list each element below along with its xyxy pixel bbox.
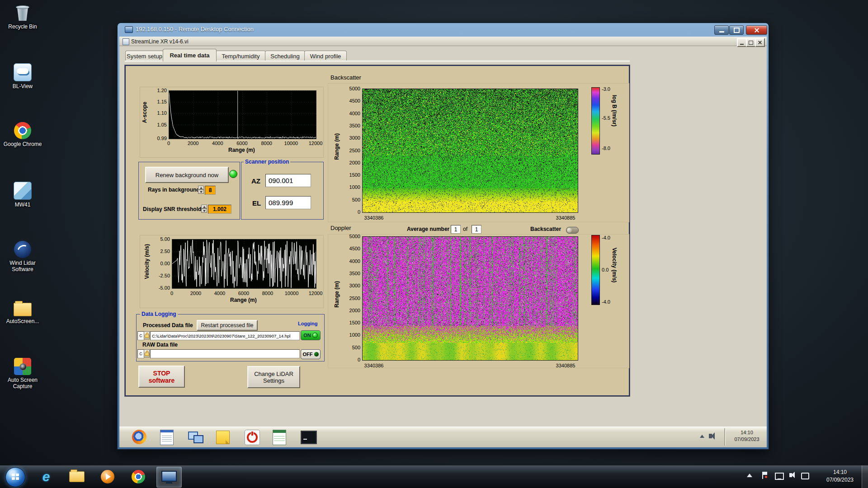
close-icon bbox=[758, 40, 762, 45]
processed-path-field[interactable]: C:\Lidar\Data\Proc\2023\202309\20230907\… bbox=[150, 331, 300, 340]
remote-notes-icon[interactable] bbox=[216, 431, 230, 444]
backscatter-doppler-toggle[interactable] bbox=[566, 227, 579, 234]
doppler-colorbar bbox=[591, 235, 600, 305]
app-close-button[interactable] bbox=[755, 38, 765, 47]
app-minimize-button[interactable] bbox=[737, 38, 747, 47]
desktop-icon-autoscreen[interactable]: AutoScreen... bbox=[0, 299, 45, 324]
backscatter-chart-title: Backscatter bbox=[330, 74, 361, 81]
velocity-y-tick: 5.00 bbox=[152, 237, 170, 242]
renew-background-led bbox=[229, 170, 237, 178]
desktop-icon-mw41[interactable]: MW41 bbox=[0, 182, 45, 208]
remote-console-icon[interactable] bbox=[301, 431, 317, 444]
desktop-icon-label: Recycle Bin bbox=[0, 23, 45, 30]
backscatter-y-tick: 1500 bbox=[342, 173, 360, 178]
desktop-icon-label: AutoScreen... bbox=[0, 318, 45, 324]
app-restore-button[interactable] bbox=[746, 38, 756, 47]
remote-network-icon[interactable] bbox=[188, 431, 203, 443]
processed-logging-toggle[interactable]: ON bbox=[301, 330, 321, 340]
remote-volume-icon[interactable] bbox=[709, 434, 712, 438]
raw-path-field[interactable] bbox=[150, 349, 300, 358]
desktop-icon-label: Google Chrome bbox=[0, 141, 45, 147]
restore-icon bbox=[749, 41, 753, 45]
taskbar-ie-button[interactable]: e bbox=[36, 468, 56, 486]
rays-spinner[interactable] bbox=[198, 186, 204, 194]
az-field[interactable]: 090.001 bbox=[265, 174, 311, 187]
rdp-minimize-button[interactable] bbox=[714, 25, 729, 35]
spinner-down-icon[interactable] bbox=[198, 190, 204, 194]
a-scope-y-tick: 1.10 bbox=[149, 111, 167, 116]
tab-real-time-data[interactable]: Real time data bbox=[163, 49, 217, 61]
rdp-close-button[interactable] bbox=[746, 25, 767, 35]
raw-logging-toggle[interactable]: OFF bbox=[301, 349, 321, 359]
backscatter-toggle-label: Backscatter bbox=[530, 226, 561, 232]
desktop-icon-bl-view[interactable]: BL-View bbox=[0, 63, 45, 89]
tab-label: Scheduling bbox=[270, 53, 299, 60]
az-label: AZ bbox=[251, 177, 260, 185]
spinner-up-icon[interactable] bbox=[198, 186, 204, 190]
el-field[interactable]: 089.999 bbox=[265, 196, 311, 209]
average-number-field[interactable]: 1 bbox=[451, 225, 461, 234]
average-count-field[interactable]: 1 bbox=[472, 225, 481, 234]
tray-volume-icon[interactable] bbox=[789, 473, 792, 477]
raw-browse-button[interactable] bbox=[144, 349, 150, 357]
backscatter-colorbar-tick: -3.0 bbox=[602, 87, 610, 92]
display-snr-threshold-field[interactable]: 1.002 bbox=[208, 205, 231, 214]
backscatter-y-tick: 2000 bbox=[342, 160, 360, 165]
taskbar-media-player-button[interactable] bbox=[98, 468, 118, 486]
renew-background-label: Renew background now bbox=[156, 172, 218, 178]
tab-temp-humidity[interactable]: Temp/humidity bbox=[216, 51, 266, 61]
desktop-icon-wind-lidar[interactable]: Wind Lidar Software bbox=[0, 241, 45, 272]
scanner-position-group bbox=[241, 162, 324, 220]
on-label: ON bbox=[303, 333, 311, 338]
remote-notepad-icon[interactable] bbox=[160, 430, 174, 445]
tab-wind-profile[interactable]: Wind profile bbox=[304, 51, 347, 61]
tray-show-hidden-icon[interactable] bbox=[747, 474, 752, 477]
doppler-y-tick: 3500 bbox=[342, 271, 360, 276]
desktop-icon-google-chrome[interactable]: Google Chrome bbox=[0, 122, 45, 147]
tab-system-setup[interactable]: System setup bbox=[125, 51, 164, 61]
a-scope-y-axis-label: A-scope bbox=[142, 102, 148, 123]
maximize-icon bbox=[734, 28, 740, 33]
doppler-y-tick: 0 bbox=[342, 357, 360, 362]
spinner-up-icon[interactable] bbox=[201, 205, 207, 209]
renew-background-button[interactable]: Renew background now bbox=[145, 167, 229, 183]
remote-browser-icon[interactable] bbox=[132, 430, 146, 444]
desktop-icon-label: MW41 bbox=[0, 202, 45, 208]
desktop-icon-auto-screen-capture[interactable]: Auto Screen Capture bbox=[0, 358, 45, 389]
processed-browse-button[interactable] bbox=[144, 331, 150, 339]
remote-clock[interactable]: 14:10 07/09/2023 bbox=[729, 429, 765, 443]
rays-in-background-field[interactable]: 8 bbox=[205, 186, 216, 195]
spinner-down-icon[interactable] bbox=[201, 209, 207, 213]
off-led-icon bbox=[314, 352, 319, 357]
raw-data-file-label: RAW Data file bbox=[142, 342, 178, 348]
show-desktop-button[interactable] bbox=[862, 465, 868, 488]
remote-spreadsheet-icon[interactable] bbox=[273, 430, 286, 445]
raw-drive-box[interactable]: C bbox=[137, 349, 144, 358]
processed-drive-box[interactable]: C bbox=[137, 331, 144, 340]
remote-power-button-icon[interactable] bbox=[245, 430, 260, 445]
restart-processed-file-button[interactable]: Restart processed file bbox=[197, 320, 258, 331]
rdp-maximize-button[interactable] bbox=[729, 25, 744, 35]
tray-network-icon[interactable] bbox=[775, 473, 784, 480]
taskbar-explorer-button[interactable] bbox=[67, 468, 87, 486]
remote-tray-expand-icon[interactable] bbox=[700, 435, 704, 438]
host-clock[interactable]: 14:10 07/09/2023 bbox=[821, 469, 859, 484]
processed-data-file-label: Processed Data file bbox=[143, 323, 193, 328]
change-lidar-settings-button[interactable]: Change LiDAR Settings bbox=[247, 366, 300, 388]
taskbar-rdp-button-active[interactable] bbox=[156, 467, 182, 488]
velocity-trace bbox=[172, 239, 316, 288]
remote-clock-time: 14:10 bbox=[729, 429, 765, 436]
desktop-icon-recycle-bin[interactable]: Recycle Bin bbox=[0, 5, 45, 30]
tray-action-center-icon[interactable] bbox=[762, 472, 768, 479]
taskbar-chrome-button[interactable] bbox=[128, 468, 148, 486]
average-number-value: 1 bbox=[454, 226, 458, 233]
close-icon bbox=[754, 28, 760, 33]
start-button[interactable] bbox=[5, 467, 25, 487]
backscatter-y-tick: 1000 bbox=[342, 185, 360, 190]
snr-spinner[interactable] bbox=[201, 205, 207, 213]
stop-software-button[interactable]: STOP software bbox=[138, 366, 185, 388]
backscatter-heatmap bbox=[362, 89, 578, 213]
backscatter-y-tick: 3500 bbox=[342, 123, 360, 128]
tray-language-icon[interactable] bbox=[801, 473, 809, 479]
tab-scheduling[interactable]: Scheduling bbox=[265, 51, 305, 61]
